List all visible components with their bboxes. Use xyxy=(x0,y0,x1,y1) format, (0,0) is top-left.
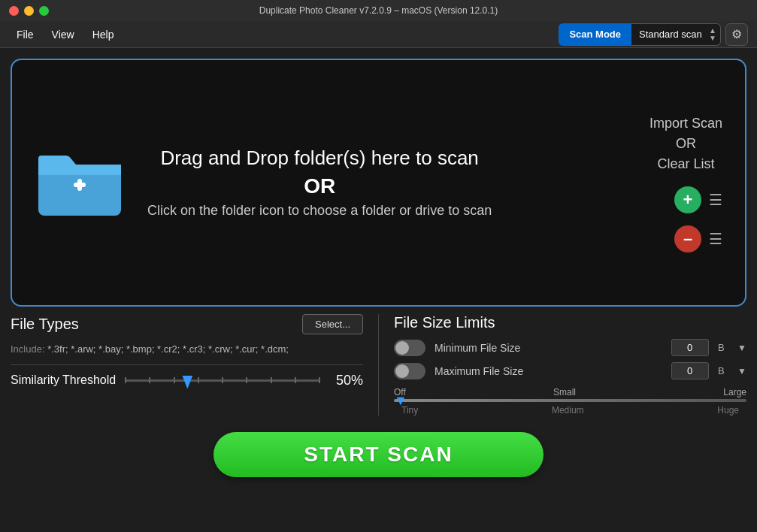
scale-labels-top: Off Small Large xyxy=(394,387,746,397)
svg-rect-1 xyxy=(38,165,121,175)
toggle-knob xyxy=(395,341,409,355)
remove-folder-row: – ☰ xyxy=(674,225,722,252)
select-button[interactable]: Select... xyxy=(302,314,363,334)
file-size-header: File Size Limits xyxy=(394,314,746,331)
remove-folder-button[interactable]: – xyxy=(674,225,701,252)
include-row: Include: *.3fr; *.arw; *.bay; *.bmp; *.c… xyxy=(11,342,363,357)
min-file-label: Minimum File Size xyxy=(435,342,662,354)
start-scan-wrap: START SCAN xyxy=(11,426,746,482)
slider-ticks xyxy=(125,377,320,383)
minus-icon: – xyxy=(683,229,692,249)
scale-small: Small xyxy=(553,387,576,397)
min-unit-dropdown[interactable]: ▼ xyxy=(737,343,746,353)
min-file-toggle[interactable] xyxy=(394,340,425,356)
max-file-size-row: Maximum File Size B ▼ xyxy=(394,362,746,379)
include-label: Include: xyxy=(11,343,45,355)
drop-text: Drag and Drop folder(s) here to scan OR … xyxy=(147,145,492,220)
scale-position-arrow: ▼ xyxy=(394,393,407,409)
scale-huge: Huge xyxy=(717,405,739,416)
main-content: Drag and Drop folder(s) here to scan OR … xyxy=(0,48,757,489)
tick xyxy=(246,377,247,383)
add-folder-button[interactable]: + xyxy=(674,186,701,213)
drop-sub-text: Click on the folder icon to choose a fol… xyxy=(147,201,492,220)
file-types-title: File Types xyxy=(11,316,79,333)
start-scan-button[interactable]: START SCAN xyxy=(213,432,543,477)
tick xyxy=(149,377,150,383)
bottom-section: File Types Select... Include: *.3fr; *.a… xyxy=(11,314,746,419)
menu-file[interactable]: File xyxy=(9,26,41,44)
scale-bar[interactable]: ▼ xyxy=(394,399,746,402)
max-file-label: Maximum File Size xyxy=(435,365,662,377)
similarity-value: 50% xyxy=(329,373,363,388)
menu-bar: File View Help Scan Mode Standard scan F… xyxy=(0,21,757,48)
list-icon-remove: ☰ xyxy=(709,230,722,248)
import-line1: Import Scan xyxy=(650,113,722,134)
divider xyxy=(11,364,363,365)
close-button[interactable] xyxy=(9,6,19,16)
max-file-toggle[interactable] xyxy=(394,363,425,379)
list-icon-add: ☰ xyxy=(709,191,722,209)
tick xyxy=(295,377,296,383)
title-bar: Duplicate Photo Cleaner v7.2.0.9 – macOS… xyxy=(0,0,757,21)
tick xyxy=(319,377,320,383)
max-file-input[interactable] xyxy=(671,362,709,379)
svg-rect-3 xyxy=(77,179,82,191)
menu-help[interactable]: Help xyxy=(85,26,122,44)
tick xyxy=(271,377,272,383)
import-or: OR xyxy=(650,134,722,154)
folder-icon xyxy=(35,144,125,219)
traffic-lights xyxy=(9,6,49,16)
similarity-slider[interactable] xyxy=(125,373,320,388)
window-title: Duplicate Photo Cleaner v7.2.0.9 – macOS… xyxy=(259,5,498,16)
import-line2: Clear List xyxy=(650,154,722,174)
drop-zone[interactable]: Drag and Drop folder(s) here to scan OR … xyxy=(11,59,746,307)
scan-mode-label: Scan Mode xyxy=(559,23,631,46)
similarity-label: Similarity Threshold xyxy=(11,373,116,387)
min-file-unit: B xyxy=(718,342,728,353)
add-folder-row: + ☰ xyxy=(674,186,722,213)
tick xyxy=(222,377,223,383)
scan-mode-select[interactable]: Standard scan Fast scan Deep scan xyxy=(631,23,721,46)
maximize-button[interactable] xyxy=(39,6,49,16)
file-size-title: File Size Limits xyxy=(394,314,495,331)
menu-view[interactable]: View xyxy=(44,26,82,44)
tick xyxy=(174,377,175,383)
include-value: *.3fr; *.arw; *.bay; *.bmp; *.cr2; *.cr3… xyxy=(47,343,289,355)
size-scale: Off Small Large ▼ Tiny Medium Huge xyxy=(394,387,746,416)
drop-or-text: OR xyxy=(147,174,492,198)
drop-zone-right: Import Scan OR Clear List + ☰ – ☰ xyxy=(602,113,722,252)
max-file-unit: B xyxy=(718,365,728,376)
max-unit-dropdown[interactable]: ▼ xyxy=(737,366,746,376)
min-file-size-row: Minimum File Size B ▼ xyxy=(394,339,746,356)
tick xyxy=(125,377,126,383)
similarity-row: Similarity Threshold xyxy=(11,373,363,388)
drop-zone-left: Drag and Drop folder(s) here to scan OR … xyxy=(35,144,602,222)
scan-mode-wrapper: Standard scan Fast scan Deep scan ▲▼ xyxy=(631,23,721,46)
plus-icon: + xyxy=(683,190,693,210)
scale-large: Large xyxy=(723,387,746,397)
minimize-button[interactable] xyxy=(24,6,34,16)
slider-track xyxy=(125,379,320,382)
settings-button[interactable]: ⚙ xyxy=(725,23,748,46)
min-file-input[interactable] xyxy=(671,339,709,356)
file-types-header: File Types Select... xyxy=(11,314,363,334)
toggle-knob xyxy=(395,364,409,378)
scan-mode-group: Scan Mode Standard scan Fast scan Deep s… xyxy=(559,23,748,46)
gear-icon: ⚙ xyxy=(731,27,742,41)
file-types-panel: File Types Select... Include: *.3fr; *.a… xyxy=(11,314,379,416)
scale-medium: Medium xyxy=(552,405,584,416)
file-size-panel: File Size Limits Minimum File Size B ▼ M… xyxy=(391,314,746,416)
scale-labels-bottom: Tiny Medium Huge xyxy=(394,405,746,416)
import-scan-text: Import Scan OR Clear List xyxy=(650,113,722,174)
drop-main-text: Drag and Drop folder(s) here to scan xyxy=(147,145,492,171)
tick xyxy=(198,377,199,383)
folder-icon-button[interactable] xyxy=(35,144,125,222)
